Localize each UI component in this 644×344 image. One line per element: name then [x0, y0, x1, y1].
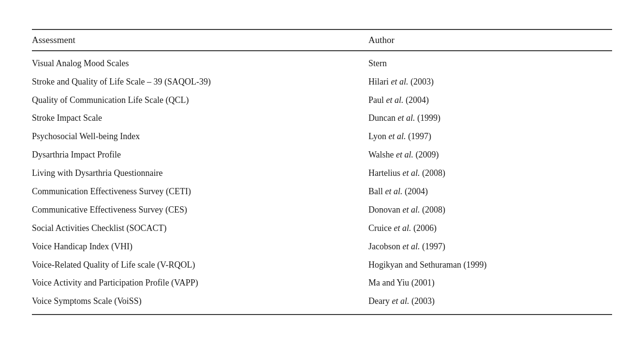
assessment-cell: Voice Activity and Participation Profile…: [32, 274, 368, 292]
table-header-row: Assessment Author: [32, 29, 612, 51]
author-cell: Lyon et al. (1997): [368, 128, 612, 146]
assessment-cell: Visual Analog Mood Scales: [32, 51, 368, 73]
author-cell: Hogikyan and Sethuraman (1999): [368, 256, 612, 274]
author-cell: Cruice et al. (2006): [368, 219, 612, 238]
col-header-assessment: Assessment: [32, 29, 368, 51]
author-cell: Walshe et al. (2009): [368, 146, 612, 164]
table-row: Voice Handicap Index (VHI)Jacobson et al…: [32, 238, 612, 256]
assessment-cell: Psychosocial Well-being Index: [32, 128, 368, 146]
assessment-cell: Dysarthria Impact Profile: [32, 146, 368, 164]
col-header-author: Author: [368, 29, 612, 51]
author-cell: Ma and Yiu (2001): [368, 274, 612, 292]
author-cell: Hartelius et al. (2008): [368, 164, 612, 183]
table-row: Voice Symptoms Scale (VoiSS)Deary et al.…: [32, 292, 612, 314]
table-container: Assessment Author Visual Analog Mood Sca…: [32, 29, 612, 315]
table-row: Voice Activity and Participation Profile…: [32, 274, 612, 292]
table-row: Voice-Related Quality of Life scale (V-R…: [32, 256, 612, 274]
table-row: Psychosocial Well-being IndexLyon et al.…: [32, 128, 612, 146]
author-cell: Duncan et al. (1999): [368, 109, 612, 128]
assessment-cell: Stroke and Quality of Life Scale – 39 (S…: [32, 73, 368, 91]
author-cell: Stern: [368, 51, 612, 73]
table-row: Communication Effectiveness Survey (CETI…: [32, 183, 612, 201]
table-row: Living with Dysarthria QuestionnaireHart…: [32, 164, 612, 183]
author-cell: Donovan et al. (2008): [368, 201, 612, 219]
assessment-table: Assessment Author Visual Analog Mood Sca…: [32, 29, 612, 315]
table-row: Stroke Impact ScaleDuncan et al. (1999): [32, 109, 612, 128]
author-cell: Hilari et al. (2003): [368, 73, 612, 91]
table-row: Dysarthria Impact ProfileWalshe et al. (…: [32, 146, 612, 164]
assessment-cell: Social Activities Checklist (SOCACT): [32, 219, 368, 238]
table-footer-row: [32, 314, 612, 315]
assessment-cell: Communication Effectiveness Survey (CETI…: [32, 183, 368, 201]
author-cell: Deary et al. (2003): [368, 292, 612, 314]
table-row: Quality of Communication Life Scale (QCL…: [32, 91, 612, 110]
assessment-cell: Voice Symptoms Scale (VoiSS): [32, 292, 368, 314]
table-row: Stroke and Quality of Life Scale – 39 (S…: [32, 73, 612, 91]
assessment-cell: Voice Handicap Index (VHI): [32, 238, 368, 256]
assessment-cell: Communicative Effectiveness Survey (CES): [32, 201, 368, 219]
assessment-cell: Voice-Related Quality of Life scale (V-R…: [32, 256, 368, 274]
table-row: Social Activities Checklist (SOCACT)Crui…: [32, 219, 612, 238]
assessment-cell: Stroke Impact Scale: [32, 109, 368, 128]
author-cell: Jacobson et al. (1997): [368, 238, 612, 256]
author-cell: Paul et al. (2004): [368, 91, 612, 110]
table-row: Communicative Effectiveness Survey (CES)…: [32, 201, 612, 219]
author-cell: Ball et al. (2004): [368, 183, 612, 201]
assessment-cell: Quality of Communication Life Scale (QCL…: [32, 91, 368, 110]
table-row: Visual Analog Mood ScalesStern: [32, 51, 612, 73]
assessment-cell: Living with Dysarthria Questionnaire: [32, 164, 368, 183]
